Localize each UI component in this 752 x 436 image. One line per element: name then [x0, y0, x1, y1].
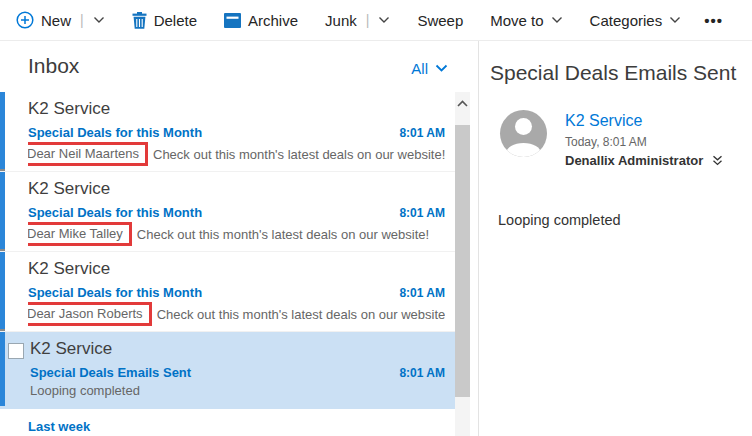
email-preview: Dear Neil MaartensCheck out this month's… — [28, 142, 445, 166]
email-preview: Dear Mike TalleyCheck out this month's l… — [28, 222, 445, 246]
archive-box-icon — [224, 13, 241, 28]
inbox-title: Inbox — [28, 54, 79, 78]
sender-name-link[interactable]: K2 Service — [565, 111, 723, 131]
archive-button-label: Archive — [248, 12, 298, 29]
more-commands-button[interactable]: ••• — [704, 12, 723, 29]
email-subject: Special Deals for this Month — [28, 125, 202, 140]
categories-button-label: Categories — [590, 12, 663, 29]
group-header-last-week[interactable]: Last week — [28, 419, 455, 434]
annotation-red-box: Dear Neil Maartens — [28, 142, 148, 166]
categories-button[interactable]: Categories — [590, 12, 682, 29]
email-time: 8:01 AM — [399, 286, 445, 300]
recipient-name: Denallix Administrator — [565, 153, 703, 168]
email-list: K2 Service Special Deals for this Month … — [0, 92, 455, 436]
chevron-down-icon — [435, 64, 448, 73]
email-preview: Dear Jason RobertsCheck out this month's… — [28, 302, 445, 326]
email-time: 8:01 AM — [399, 206, 445, 220]
scroll-up-button[interactable] — [455, 95, 470, 111]
filter-all-dropdown[interactable]: All — [411, 60, 448, 77]
toolbar-separator: | — [366, 12, 370, 28]
sweep-button[interactable]: Sweep — [417, 12, 463, 29]
person-avatar-icon[interactable] — [500, 110, 547, 157]
email-preview-text: Looping completed — [30, 383, 140, 398]
chevron-up-icon — [457, 100, 468, 107]
junk-dropdown-button[interactable] — [378, 16, 390, 24]
move-to-button[interactable]: Move to — [490, 12, 562, 29]
email-preview-text: Check out this month's latest deals on o… — [137, 227, 429, 242]
message-list-pane: Inbox All K2 Service Special Deals for t… — [0, 41, 470, 436]
delete-button-label: Delete — [154, 12, 197, 29]
email-list-item[interactable]: K2 Service Special Deals for this Month … — [0, 252, 455, 332]
avatar-head — [515, 118, 532, 135]
email-sender: K2 Service — [30, 338, 445, 359]
trash-icon — [132, 12, 147, 29]
new-button-label: New — [41, 12, 71, 29]
unread-indicator — [0, 332, 5, 406]
chevron-down-icon — [378, 16, 390, 24]
message-body: Looping completed — [498, 212, 752, 228]
email-sender: K2 Service — [28, 98, 445, 119]
list-scrollbar[interactable] — [455, 92, 470, 436]
archive-button[interactable]: Archive — [224, 12, 298, 29]
email-list-item[interactable]: K2 Service Special Deals for this Month … — [0, 172, 455, 252]
junk-button-label: Junk — [325, 12, 357, 29]
junk-button[interactable]: Junk — [325, 12, 357, 29]
new-dropdown-button[interactable] — [93, 16, 105, 24]
command-toolbar: New | Delete Archive — [0, 0, 752, 41]
email-subject: Special Deals for this Month — [28, 285, 202, 300]
filter-label: All — [411, 60, 428, 77]
email-sender: K2 Service — [28, 178, 445, 199]
unread-indicator — [0, 252, 5, 329]
chevron-down-icon — [551, 16, 563, 24]
chevron-down-icon — [93, 16, 105, 24]
outlook-window: New | Delete Archive — [0, 0, 752, 436]
email-preview-text: Check out this month's latest deals on o… — [153, 147, 445, 162]
email-preview: Looping completed — [30, 382, 445, 406]
toolbar-separator: | — [80, 12, 84, 28]
sweep-button-label: Sweep — [417, 12, 463, 29]
avatar-shoulders — [506, 143, 541, 157]
message-timestamp: Today, 8:01 AM — [565, 135, 723, 149]
unread-indicator — [0, 92, 5, 169]
move-to-button-label: Move to — [490, 12, 543, 29]
chevron-down-icon — [669, 16, 681, 24]
plus-circle-icon — [16, 11, 34, 29]
delete-button[interactable]: Delete — [132, 12, 197, 29]
email-time: 8:01 AM — [399, 126, 445, 140]
email-time: 8:01 AM — [399, 366, 445, 380]
double-chevron-down-icon[interactable] — [712, 155, 723, 166]
email-preview-text: Check out this month's latest deals on o… — [157, 307, 445, 322]
email-sender: K2 Service — [28, 258, 445, 279]
email-list-item[interactable]: K2 Service Special Deals for this Month … — [0, 92, 455, 172]
message-title: Special Deals Emails Sent — [490, 61, 752, 85]
annotation-red-box: Dear Mike Talley — [28, 222, 132, 246]
email-list-item-selected[interactable]: K2 Service Special Deals Emails Sent 8:0… — [0, 332, 455, 409]
email-subject: Special Deals Emails Sent — [30, 365, 191, 380]
scrollbar-thumb[interactable] — [455, 125, 470, 397]
email-checkbox[interactable] — [8, 343, 24, 359]
sender-block: K2 Service Today, 8:01 AM Denallix Admin… — [500, 110, 752, 168]
new-button[interactable]: New — [16, 11, 71, 29]
email-subject: Special Deals for this Month — [28, 205, 202, 220]
unread-indicator — [0, 172, 5, 249]
list-header: Inbox All — [0, 41, 470, 92]
reading-pane: Special Deals Emails Sent K2 Service Tod… — [479, 41, 752, 436]
annotation-red-box: Dear Jason Roberts — [28, 302, 152, 326]
